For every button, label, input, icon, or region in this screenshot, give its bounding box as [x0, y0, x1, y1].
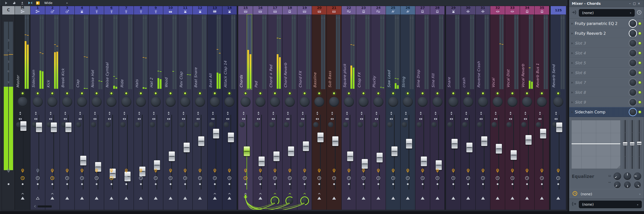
mixer-track-23[interactable]: 23 Chop FX — [356, 6, 371, 210]
pan-knob[interactable] — [180, 97, 190, 107]
leftright-arrows-icon[interactable] — [538, 117, 542, 121]
mute-led[interactable] — [540, 92, 544, 95]
latency-clock-icon[interactable] — [65, 176, 69, 180]
route-to-master-switch[interactable] — [168, 196, 173, 199]
updown-arrows-icon[interactable] — [554, 111, 558, 116]
slot-expand-icon[interactable] — [572, 111, 573, 113]
route-to-master-switch[interactable] — [332, 196, 336, 199]
leftright-arrows-icon[interactable] — [375, 117, 378, 121]
leftright-arrows-icon[interactable] — [330, 117, 334, 121]
volume-fader[interactable] — [303, 141, 309, 151]
pan-knob[interactable] — [18, 97, 28, 107]
view-color-swatch[interactable] — [36, 1, 40, 5]
pan-knob[interactable] — [33, 97, 43, 107]
resize-corner-icon[interactable] — [617, 165, 620, 169]
track-header[interactable]: 125 — [551, 6, 566, 15]
slot-enable-led[interactable] — [638, 42, 641, 45]
audio-input-select[interactable]: (none) ▸ — [579, 9, 635, 17]
latency-clock-icon[interactable] — [139, 176, 143, 180]
mixer-track-17[interactable]: 17 Chord + Pad — [268, 6, 283, 210]
pan-knob[interactable] — [388, 97, 398, 107]
fx-slot-9[interactable]: Slot 9 — [569, 97, 644, 107]
leftright-arrows-icon[interactable] — [211, 117, 215, 121]
horizontal-scrollbar[interactable] — [34, 205, 52, 208]
track-header[interactable]: 29 — [446, 6, 461, 15]
route-up-chevron-icon[interactable] — [213, 191, 216, 193]
mute-led[interactable] — [362, 92, 365, 95]
pan-knob[interactable] — [403, 97, 413, 107]
mute-led[interactable] — [511, 92, 514, 95]
slot-expand-icon[interactable] — [572, 91, 573, 94]
fx-enable-lamp-icon[interactable] — [198, 169, 202, 173]
updown-arrows-icon[interactable] — [360, 111, 364, 116]
slot-mix-knob[interactable] — [629, 30, 636, 37]
leftright-arrows-icon[interactable] — [286, 117, 290, 121]
mixer-track-12[interactable]: 12 Beat Snare — [193, 6, 208, 210]
leftright-arrows-icon[interactable] — [271, 117, 275, 121]
leftright-arrows-icon[interactable] — [123, 117, 126, 121]
track-header[interactable]: 7 — [119, 6, 134, 15]
fx-slot-5[interactable]: Slot 5 — [569, 58, 644, 68]
mute-led[interactable] — [139, 92, 143, 95]
pan-knob[interactable] — [121, 97, 131, 107]
track-header[interactable]: 30 — [461, 6, 475, 15]
pan-knob[interactable] — [478, 97, 488, 107]
fx-slot-7[interactable]: Slot 7 — [569, 78, 644, 87]
slider-handle[interactable] — [637, 141, 642, 145]
fx-enable-lamp-icon[interactable] — [525, 169, 529, 173]
latency-clock-icon[interactable] — [95, 176, 99, 180]
slot-expand-icon[interactable] — [572, 23, 573, 25]
volume-fader[interactable] — [258, 156, 265, 166]
stereo-separation-knob[interactable] — [179, 122, 185, 127]
volume-fader[interactable] — [65, 122, 72, 132]
latency-clock-icon[interactable] — [288, 176, 292, 180]
slot-mix-knob[interactable] — [629, 99, 636, 106]
fx-enable-lamp-icon[interactable] — [168, 169, 173, 173]
updown-arrows-icon[interactable] — [419, 111, 423, 116]
latency-clock-icon[interactable] — [332, 176, 336, 180]
mixer-track-27[interactable]: 27 Sine Drop — [415, 6, 430, 210]
fx-enable-lamp-icon[interactable] — [50, 169, 55, 173]
leftright-arrows-icon[interactable] — [434, 117, 437, 121]
latency-clock-icon[interactable] — [466, 176, 470, 180]
track-header[interactable]: 8 — [134, 6, 148, 15]
updown-arrows-icon[interactable] — [18, 111, 22, 116]
hand-tool-icon[interactable] — [12, 1, 16, 5]
current-header[interactable]: C — [2, 6, 15, 15]
eq-knob-3[interactable] — [634, 172, 641, 180]
fx-enable-lamp-icon[interactable] — [154, 169, 158, 173]
fx-enable-lamp-icon[interactable] — [124, 169, 128, 173]
track-header[interactable]: 35 — [535, 6, 549, 15]
mute-led[interactable] — [481, 92, 485, 95]
route-to-master-switch[interactable] — [466, 196, 470, 199]
minimize-button[interactable]: – — [628, 2, 632, 5]
latency-clock-icon[interactable] — [525, 176, 529, 180]
route-up-chevron-icon[interactable] — [303, 191, 306, 193]
fx-enable-lamp-icon[interactable] — [435, 169, 439, 173]
leftright-arrows-icon[interactable] — [554, 117, 558, 121]
leftright-arrows-icon[interactable] — [509, 117, 512, 121]
mute-led[interactable] — [213, 92, 216, 95]
mixer-track-35[interactable]: 35 Reverb Bus 1 — [535, 6, 549, 210]
latency-clock-icon[interactable] — [154, 176, 158, 180]
latency-clock-icon[interactable] — [50, 176, 55, 180]
route-to-master-switch[interactable] — [406, 196, 410, 199]
volume-fader[interactable] — [361, 159, 368, 169]
fx-enable-lamp-icon[interactable] — [481, 169, 485, 173]
latency-clock-icon[interactable] — [109, 176, 114, 180]
pan-knob[interactable] — [47, 97, 57, 107]
menu-arrow-icon[interactable] — [4, 1, 8, 5]
route-to-master-switch[interactable] — [361, 196, 366, 199]
eq-knob-4[interactable] — [614, 181, 621, 188]
route-up-chevron-icon[interactable] — [318, 191, 321, 193]
updown-arrows-icon[interactable] — [301, 111, 305, 116]
mute-led[interactable] — [169, 92, 172, 95]
stereo-separation-knob[interactable] — [299, 122, 304, 127]
mute-led[interactable] — [377, 92, 380, 95]
fx-enable-lamp-icon[interactable] — [556, 169, 560, 173]
leftright-arrows-icon[interactable] — [257, 117, 260, 121]
fx-enable-lamp-icon[interactable] — [183, 169, 187, 173]
route-to-master-switch[interactable] — [213, 196, 217, 199]
latency-clock-icon[interactable] — [183, 176, 187, 180]
route-to-master-switch[interactable] — [35, 196, 40, 199]
